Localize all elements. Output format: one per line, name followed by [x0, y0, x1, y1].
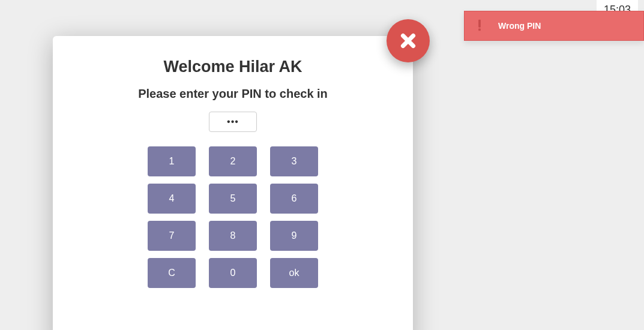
pin-input-display [209, 112, 257, 132]
svg-rect-0 [478, 20, 481, 28]
modal-subtitle: Please enter your PIN to check in [65, 87, 401, 101]
key-7[interactable]: 7 [148, 221, 196, 251]
key-1[interactable]: 1 [148, 146, 196, 176]
close-icon [398, 31, 418, 51]
key-5[interactable]: 5 [209, 184, 257, 214]
close-button[interactable] [387, 19, 430, 62]
pin-modal: Welcome Hilar AK Please enter your PIN t… [53, 36, 413, 330]
key-8[interactable]: 8 [209, 221, 257, 251]
toast-inner: Wrong PIN [473, 19, 635, 33]
key-3[interactable]: 3 [270, 146, 318, 176]
error-toast[interactable]: Wrong PIN [464, 11, 644, 41]
key-6[interactable]: 6 [270, 184, 318, 214]
key-0[interactable]: 0 [209, 258, 257, 288]
key-9[interactable]: 9 [270, 221, 318, 251]
key-clear[interactable]: C [148, 258, 196, 288]
keypad: 1 2 3 4 5 6 7 8 9 C 0 ok [65, 146, 401, 288]
toast-message: Wrong PIN [498, 21, 541, 31]
key-ok[interactable]: ok [270, 258, 318, 288]
warning-icon [473, 19, 487, 33]
svg-rect-1 [478, 29, 481, 31]
key-4[interactable]: 4 [148, 184, 196, 214]
modal-title: Welcome Hilar AK [65, 58, 401, 76]
key-2[interactable]: 2 [209, 146, 257, 176]
